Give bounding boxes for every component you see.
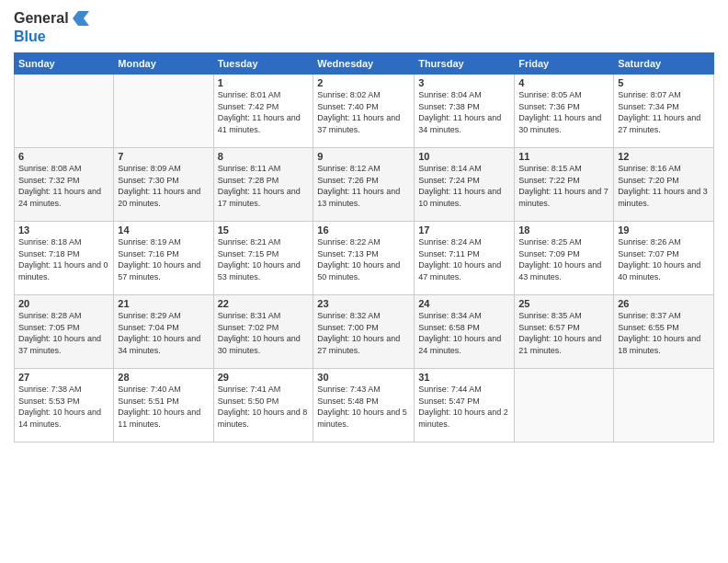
weekday-header: Wednesday: [313, 53, 415, 75]
day-info: Sunrise: 8:37 AM Sunset: 6:55 PM Dayligh…: [618, 310, 710, 356]
day-number: 20: [18, 298, 109, 309]
day-number: 2: [317, 77, 410, 88]
day-number: 12: [618, 151, 710, 162]
day-info: Sunrise: 8:02 AM Sunset: 7:40 PM Dayligh…: [317, 89, 410, 135]
day-info: Sunrise: 8:21 AM Sunset: 7:15 PM Dayligh…: [218, 236, 310, 282]
weekday-header: Monday: [114, 53, 213, 75]
day-info: Sunrise: 8:19 AM Sunset: 7:16 PM Dayligh…: [118, 236, 209, 282]
calendar-cell: 29Sunrise: 7:41 AM Sunset: 5:50 PM Dayli…: [213, 369, 313, 442]
weekday-row: SundayMondayTuesdayWednesdayThursdayFrid…: [15, 53, 714, 75]
day-number: 26: [618, 298, 710, 309]
logo-general: General: [14, 9, 69, 27]
calendar-cell: 13Sunrise: 8:18 AM Sunset: 7:18 PM Dayli…: [15, 222, 114, 295]
day-number: 28: [118, 372, 209, 383]
day-number: 16: [317, 224, 410, 236]
calendar-cell: 15Sunrise: 8:21 AM Sunset: 7:15 PM Dayli…: [213, 222, 313, 295]
day-number: 27: [18, 372, 109, 383]
calendar-cell: 8Sunrise: 8:11 AM Sunset: 7:28 PM Daylig…: [213, 148, 313, 222]
calendar-cell: [114, 75, 213, 148]
day-number: 21: [118, 298, 209, 309]
day-info: Sunrise: 8:32 AM Sunset: 7:00 PM Dayligh…: [317, 310, 410, 356]
calendar-week: 20Sunrise: 8:28 AM Sunset: 7:05 PM Dayli…: [15, 295, 714, 369]
weekday-header: Tuesday: [213, 53, 313, 75]
calendar-cell: 22Sunrise: 8:31 AM Sunset: 7:02 PM Dayli…: [213, 295, 313, 369]
calendar-header: SundayMondayTuesdayWednesdayThursdayFrid…: [15, 53, 714, 75]
calendar-cell: 25Sunrise: 8:35 AM Sunset: 6:57 PM Dayli…: [515, 295, 614, 369]
day-number: 31: [418, 372, 510, 383]
calendar-cell: 2Sunrise: 8:02 AM Sunset: 7:40 PM Daylig…: [313, 75, 415, 148]
day-info: Sunrise: 8:25 AM Sunset: 7:09 PM Dayligh…: [518, 236, 609, 282]
calendar-cell: 11Sunrise: 8:15 AM Sunset: 7:22 PM Dayli…: [515, 148, 614, 222]
day-info: Sunrise: 8:18 AM Sunset: 7:18 PM Dayligh…: [18, 236, 109, 282]
day-number: 13: [18, 224, 109, 236]
calendar-cell: 23Sunrise: 8:32 AM Sunset: 7:00 PM Dayli…: [313, 295, 415, 369]
calendar-week: 6Sunrise: 8:08 AM Sunset: 7:32 PM Daylig…: [15, 148, 714, 222]
calendar-cell: 9Sunrise: 8:12 AM Sunset: 7:26 PM Daylig…: [313, 148, 415, 222]
calendar-cell: 5Sunrise: 8:07 AM Sunset: 7:34 PM Daylig…: [614, 75, 714, 148]
day-info: Sunrise: 8:08 AM Sunset: 7:32 PM Dayligh…: [18, 163, 109, 209]
calendar-body: 1Sunrise: 8:01 AM Sunset: 7:42 PM Daylig…: [15, 75, 714, 442]
day-info: Sunrise: 8:34 AM Sunset: 6:58 PM Dayligh…: [418, 310, 510, 356]
day-number: 17: [418, 224, 510, 236]
calendar-cell: [614, 369, 714, 442]
weekday-header: Friday: [515, 53, 614, 75]
calendar-cell: 6Sunrise: 8:08 AM Sunset: 7:32 PM Daylig…: [15, 148, 114, 222]
day-number: 24: [418, 298, 510, 309]
day-info: Sunrise: 8:11 AM Sunset: 7:28 PM Dayligh…: [218, 163, 310, 209]
day-number: 7: [118, 151, 209, 162]
weekday-header: Sunday: [15, 53, 114, 75]
weekday-header: Saturday: [614, 53, 714, 75]
day-number: 9: [317, 151, 410, 162]
calendar-cell: [15, 75, 114, 148]
day-number: 6: [18, 151, 109, 162]
calendar-cell: 14Sunrise: 8:19 AM Sunset: 7:16 PM Dayli…: [114, 222, 213, 295]
day-info: Sunrise: 8:24 AM Sunset: 7:11 PM Dayligh…: [418, 236, 510, 282]
day-number: 23: [317, 298, 410, 309]
calendar-cell: 30Sunrise: 7:43 AM Sunset: 5:48 PM Dayli…: [313, 369, 415, 442]
day-info: Sunrise: 8:28 AM Sunset: 7:05 PM Dayligh…: [18, 310, 109, 356]
day-info: Sunrise: 7:43 AM Sunset: 5:48 PM Dayligh…: [317, 384, 410, 430]
calendar-cell: 19Sunrise: 8:26 AM Sunset: 7:07 PM Dayli…: [614, 222, 714, 295]
calendar-cell: 20Sunrise: 8:28 AM Sunset: 7:05 PM Dayli…: [15, 295, 114, 369]
day-number: 3: [418, 77, 510, 88]
calendar-week: 13Sunrise: 8:18 AM Sunset: 7:18 PM Dayli…: [15, 222, 714, 295]
day-info: Sunrise: 8:01 AM Sunset: 7:42 PM Dayligh…: [218, 89, 310, 135]
day-number: 18: [518, 224, 609, 236]
day-number: 11: [518, 151, 609, 162]
calendar-cell: 7Sunrise: 8:09 AM Sunset: 7:30 PM Daylig…: [114, 148, 213, 222]
calendar-cell: [515, 369, 614, 442]
day-number: 25: [518, 298, 609, 309]
calendar-cell: 12Sunrise: 8:16 AM Sunset: 7:20 PM Dayli…: [614, 148, 714, 222]
day-info: Sunrise: 8:16 AM Sunset: 7:20 PM Dayligh…: [618, 163, 710, 209]
day-info: Sunrise: 8:07 AM Sunset: 7:34 PM Dayligh…: [618, 89, 710, 135]
day-info: Sunrise: 8:05 AM Sunset: 7:36 PM Dayligh…: [518, 89, 609, 135]
day-info: Sunrise: 7:41 AM Sunset: 5:50 PM Dayligh…: [218, 384, 310, 430]
weekday-header: Thursday: [415, 53, 515, 75]
day-number: 22: [218, 298, 310, 309]
calendar-week: 27Sunrise: 7:38 AM Sunset: 5:53 PM Dayli…: [15, 369, 714, 442]
calendar-cell: 10Sunrise: 8:14 AM Sunset: 7:24 PM Dayli…: [415, 148, 515, 222]
day-info: Sunrise: 8:35 AM Sunset: 6:57 PM Dayligh…: [518, 310, 609, 356]
day-number: 30: [317, 372, 410, 383]
day-number: 29: [218, 372, 310, 383]
calendar-cell: 4Sunrise: 8:05 AM Sunset: 7:36 PM Daylig…: [515, 75, 614, 148]
day-number: 4: [518, 77, 609, 88]
day-info: Sunrise: 8:04 AM Sunset: 7:38 PM Dayligh…: [418, 89, 510, 135]
day-info: Sunrise: 7:38 AM Sunset: 5:53 PM Dayligh…: [18, 384, 109, 430]
calendar-cell: 28Sunrise: 7:40 AM Sunset: 5:51 PM Dayli…: [114, 369, 213, 442]
day-info: Sunrise: 8:09 AM Sunset: 7:30 PM Dayligh…: [118, 163, 209, 209]
day-number: 19: [618, 224, 710, 236]
calendar-cell: 31Sunrise: 7:44 AM Sunset: 5:47 PM Dayli…: [415, 369, 515, 442]
day-info: Sunrise: 8:15 AM Sunset: 7:22 PM Dayligh…: [518, 163, 609, 209]
calendar-cell: 27Sunrise: 7:38 AM Sunset: 5:53 PM Dayli…: [15, 369, 114, 442]
svg-marker-0: [73, 11, 89, 26]
calendar-week: 1Sunrise: 8:01 AM Sunset: 7:42 PM Daylig…: [15, 75, 714, 148]
calendar: SundayMondayTuesdayWednesdayThursdayFrid…: [14, 52, 714, 442]
calendar-cell: 3Sunrise: 8:04 AM Sunset: 7:38 PM Daylig…: [415, 75, 515, 148]
day-number: 10: [418, 151, 510, 162]
logo-arrow-icon: [71, 9, 89, 28]
day-number: 1: [218, 77, 310, 88]
day-number: 8: [218, 151, 310, 162]
day-info: Sunrise: 8:26 AM Sunset: 7:07 PM Dayligh…: [618, 236, 710, 282]
day-info: Sunrise: 8:29 AM Sunset: 7:04 PM Dayligh…: [118, 310, 209, 356]
